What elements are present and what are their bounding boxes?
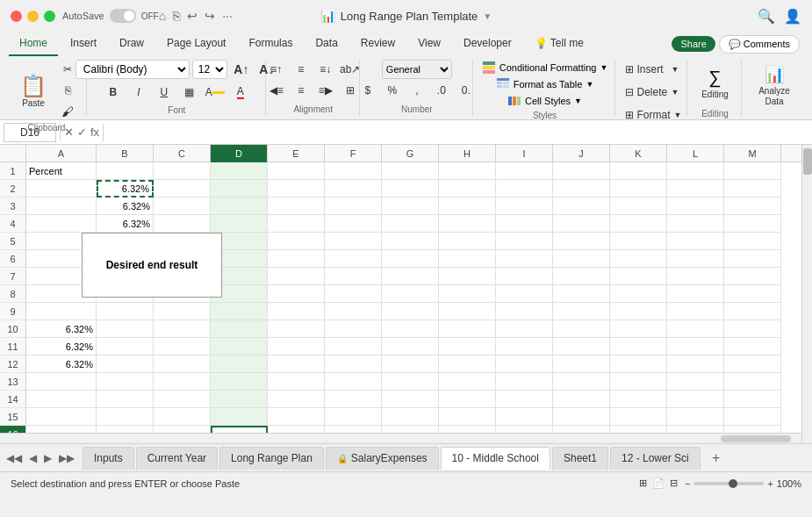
cell-e16[interactable] (268, 426, 325, 433)
cell-k4[interactable] (610, 215, 667, 233)
cell-i15[interactable] (496, 408, 553, 426)
cell-c12[interactable] (154, 355, 211, 373)
cell-b1[interactable] (97, 162, 154, 180)
cell-d15[interactable] (211, 408, 268, 426)
cell-l6[interactable] (667, 250, 724, 268)
comma-button[interactable]: , (406, 81, 428, 100)
cell-g12[interactable] (382, 355, 439, 373)
cell-k9[interactable] (610, 303, 667, 320)
cell-h2[interactable] (439, 180, 496, 197)
tab-developer[interactable]: Developer (453, 32, 522, 56)
underline-button[interactable]: U (153, 83, 176, 102)
cell-g6[interactable] (382, 250, 439, 268)
cell-h14[interactable] (439, 391, 496, 408)
close-button[interactable] (11, 11, 22, 22)
cell-f16[interactable] (325, 426, 382, 433)
h-scroll-thumb[interactable] (721, 435, 791, 442)
cell-c4[interactable] (154, 215, 211, 233)
cell-k15[interactable] (610, 408, 667, 426)
v-scroll-thumb[interactable] (803, 148, 812, 175)
align-top-right[interactable]: ≡↓ (314, 60, 337, 79)
cell-h8[interactable] (439, 285, 496, 303)
cell-i7[interactable] (496, 268, 553, 285)
cell-b11[interactable] (97, 338, 154, 355)
sheet-tab-current-year[interactable]: Current Year (136, 447, 218, 470)
cell-h16[interactable] (439, 426, 496, 433)
cell-e8[interactable] (268, 285, 325, 303)
cell-m11[interactable] (724, 338, 781, 355)
cell-i1[interactable] (496, 162, 553, 180)
cell-j13[interactable] (553, 373, 610, 391)
cancel-formula-icon[interactable]: ✕ (64, 126, 74, 139)
cell-g11[interactable] (382, 338, 439, 355)
formula-input[interactable] (107, 126, 808, 139)
format-painter-button[interactable]: 🖌 (56, 102, 79, 121)
tab-page-layout[interactable]: Page Layout (156, 32, 236, 56)
cell-m1[interactable] (724, 162, 781, 180)
cell-g10[interactable] (382, 320, 439, 338)
cell-d14[interactable] (211, 391, 268, 408)
cell-g7[interactable] (382, 268, 439, 285)
cell-h13[interactable] (439, 373, 496, 391)
col-header-b[interactable]: B (97, 145, 154, 162)
cell-m4[interactable] (724, 215, 781, 233)
cell-e15[interactable] (268, 408, 325, 426)
analyze-data-button[interactable]: 📊 AnalyzeData (750, 62, 799, 110)
cell-k13[interactable] (610, 373, 667, 391)
cell-e7[interactable] (268, 268, 325, 285)
cell-e3[interactable] (268, 197, 325, 215)
row-num-7[interactable]: 7 (0, 268, 25, 285)
cell-d6[interactable] (211, 250, 268, 268)
tab-data[interactable]: Data (305, 32, 348, 56)
cell-f8[interactable] (325, 285, 382, 303)
cell-m7[interactable] (724, 268, 781, 285)
title-chevron[interactable]: ▼ (483, 11, 492, 21)
cell-c9[interactable] (154, 303, 211, 320)
cell-b8[interactable] (97, 285, 154, 303)
zoom-control[interactable]: − + 100% (685, 478, 801, 489)
cell-d10[interactable] (211, 320, 268, 338)
page-break-icon[interactable]: ⊟ (670, 478, 678, 489)
cell-c8[interactable] (154, 285, 211, 303)
cell-i2[interactable] (496, 180, 553, 197)
cell-m10[interactable] (724, 320, 781, 338)
cell-l16[interactable] (667, 426, 724, 433)
cell-l4[interactable] (667, 215, 724, 233)
cell-e12[interactable] (268, 355, 325, 373)
cell-l15[interactable] (667, 408, 724, 426)
col-header-j[interactable]: J (553, 145, 610, 162)
cell-k5[interactable] (610, 233, 667, 250)
cell-e14[interactable] (268, 391, 325, 408)
cell-f5[interactable] (325, 233, 382, 250)
cell-h5[interactable] (439, 233, 496, 250)
cell-k7[interactable] (610, 268, 667, 285)
cell-g15[interactable] (382, 408, 439, 426)
decimal-increase[interactable]: .0 (430, 81, 453, 100)
cell-g9[interactable] (382, 303, 439, 320)
cell-g4[interactable] (382, 215, 439, 233)
cell-f3[interactable] (325, 197, 382, 215)
cell-m16[interactable] (724, 426, 781, 433)
cell-d16[interactable] (211, 426, 268, 433)
cell-b3[interactable]: 6.32% (97, 197, 154, 215)
delete-cells-button[interactable]: ⊟ Delete ▼ (622, 83, 683, 102)
row-num-12[interactable]: 12 (0, 355, 25, 373)
align-right[interactable]: ≡▶ (314, 81, 337, 100)
format-cells-button[interactable]: ⊞ Format ▼ (622, 105, 683, 125)
cell-b13[interactable] (97, 373, 154, 391)
cell-a15[interactable] (26, 408, 97, 426)
cell-k3[interactable] (610, 197, 667, 215)
tab-insert[interactable]: Insert (60, 32, 107, 56)
cell-m6[interactable] (724, 250, 781, 268)
cell-f14[interactable] (325, 391, 382, 408)
cell-i9[interactable] (496, 303, 553, 320)
cell-l10[interactable] (667, 320, 724, 338)
tab-formulas[interactable]: Formulas (238, 32, 303, 56)
cell-l7[interactable] (667, 268, 724, 285)
page-layout-icon[interactable]: 📄 (652, 478, 665, 489)
cell-j10[interactable] (553, 320, 610, 338)
cell-c15[interactable] (154, 408, 211, 426)
row-num-4[interactable]: 4 (0, 215, 25, 233)
cell-a16[interactable] (26, 426, 97, 433)
insert-cells-button[interactable]: ⊞ Insert ▼ (622, 60, 683, 79)
